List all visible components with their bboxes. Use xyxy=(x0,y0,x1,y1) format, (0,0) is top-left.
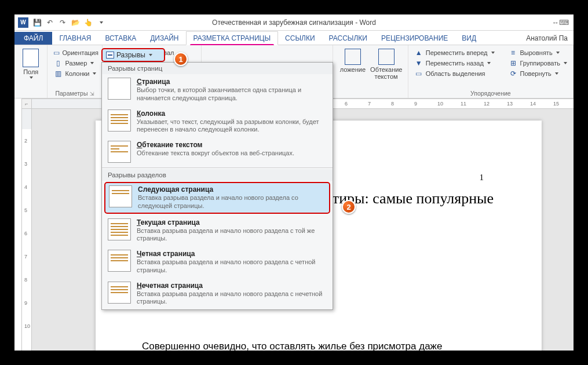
breaks-icon xyxy=(106,52,114,59)
save-icon[interactable]: 💾 xyxy=(32,17,42,28)
dd-item-page[interactable]: ССтраницатраницаВыбор точки, в которой з… xyxy=(102,74,333,106)
chevron-down-icon xyxy=(149,54,152,56)
dd-item-odd-page[interactable]: Нечетная страницаВставка разрыва раздела… xyxy=(102,278,333,310)
dialog-launcher-icon[interactable]: ⇲ xyxy=(90,91,94,97)
tab-insert[interactable]: ВСТАВКА xyxy=(98,32,143,45)
wrap-text-button[interactable]: Обтекание текстом xyxy=(370,66,402,80)
callout-2: 2 xyxy=(342,200,356,214)
breaks-dropdown: Разрывы страниц ССтраницатраницаВыбор то… xyxy=(101,62,333,310)
tab-mailings[interactable]: РАССЫЛКИ xyxy=(322,32,374,45)
odd-page-icon xyxy=(108,282,131,304)
dd-item-next-page[interactable]: Следующая страницаВставка разрыва раздел… xyxy=(104,182,330,214)
even-page-icon xyxy=(108,250,131,272)
continuous-icon xyxy=(108,218,131,240)
bring-forward-button[interactable]: ▲Переместить вперед xyxy=(413,48,496,58)
vertical-ruler[interactable]: 2345678910 xyxy=(21,109,32,351)
keyboard-shortcut-icon: ↔⌨ xyxy=(552,19,569,27)
dd-item-textwrap[interactable]: Обтекание текстомОбтекание текста вокруг… xyxy=(102,137,333,166)
columns-button[interactable]: ▥Колонки xyxy=(52,68,97,79)
page-number: 1 xyxy=(480,173,484,183)
undo-icon[interactable]: ↶ xyxy=(45,17,55,28)
dd-section-page-breaks: Разрывы страниц xyxy=(102,63,333,74)
breaks-button[interactable]: Разрывы xyxy=(101,48,165,62)
qat-more-icon[interactable] xyxy=(96,17,106,28)
orientation-icon: ▭ xyxy=(53,48,60,57)
tab-home[interactable]: ГЛАВНАЯ xyxy=(52,32,98,45)
ruler-corner: ⌐ xyxy=(21,98,32,109)
page-break-icon xyxy=(108,78,131,100)
dd-item-even-page[interactable]: Четная страницаВставка разрыва раздела и… xyxy=(102,246,333,278)
rotate-icon: ⟳ xyxy=(509,69,518,78)
textwrap-break-icon xyxy=(108,141,131,163)
word-icon: W xyxy=(18,17,28,28)
open-icon[interactable]: 📂 xyxy=(70,17,81,28)
group-icon: ⊞ xyxy=(509,59,518,68)
columns-icon: ▥ xyxy=(53,69,63,78)
align-icon: ≡ xyxy=(509,48,518,57)
position-icon xyxy=(345,49,361,65)
tab-review[interactable]: РЕЦЕНЗИРОВАНИЕ xyxy=(374,32,455,45)
tab-page-layout[interactable]: РАЗМЕТКА СТРАНИЦЫ xyxy=(186,31,279,45)
tab-view[interactable]: ВИД xyxy=(455,32,483,45)
arrange-group-label: Упорядочение xyxy=(413,89,568,97)
align-button[interactable]: ≡Выровнять xyxy=(507,48,569,58)
orientation-button[interactable]: ▭Ориентация xyxy=(52,48,97,58)
ribbon-tabs: ФАЙЛ ГЛАВНАЯ ВСТАВКА ДИЗАЙН РАЗМЕТКА СТР… xyxy=(14,31,574,45)
quick-access-toolbar: 💾 ↶ ↷ 📂 👆 xyxy=(32,17,106,28)
page-setup-group-label: Параметры xyxy=(55,90,87,97)
column-break-icon xyxy=(108,110,131,132)
next-page-icon xyxy=(109,185,132,207)
dd-item-continuous[interactable]: Текущая страницаВставка разрыва раздела … xyxy=(102,215,333,247)
margins-button[interactable]: Поля xyxy=(19,48,42,80)
body-text: Совершенно очевидно, что оставлять жилье… xyxy=(142,341,495,351)
breaks-label: Разрывы xyxy=(116,51,145,59)
tab-references[interactable]: ССЫЛКИ xyxy=(278,32,322,45)
username[interactable]: Анатолий Па xyxy=(520,32,574,45)
wrap-text-icon xyxy=(378,49,395,65)
size-button[interactable]: ▯Размер xyxy=(52,58,97,68)
margins-label: Поля xyxy=(23,68,38,75)
redo-icon[interactable]: ↷ xyxy=(57,17,68,28)
titlebar: W 💾 ↶ ↷ 📂 👆 Отечественная и зарубежная с… xyxy=(14,14,574,31)
touch-icon[interactable]: 👆 xyxy=(83,17,93,28)
rotate-button[interactable]: ⟳Повернуть xyxy=(507,68,569,79)
bring-forward-icon: ▲ xyxy=(414,48,423,57)
dd-section-section-breaks: Разрывы разделов xyxy=(102,169,333,181)
callout-1: 1 xyxy=(174,52,188,66)
group-button[interactable]: ⊞Группировать xyxy=(507,58,569,68)
position-button[interactable]: ложение xyxy=(340,66,366,73)
send-backward-button[interactable]: ▼Переместить назад xyxy=(413,58,496,68)
tab-design[interactable]: ДИЗАЙН xyxy=(143,32,185,45)
tab-file[interactable]: ФАЙЛ xyxy=(14,32,52,45)
selection-pane-icon: ▭ xyxy=(414,69,423,78)
size-icon: ▯ xyxy=(53,59,63,68)
dd-item-column[interactable]: КолонкаУказывает, что текст, следующий з… xyxy=(102,106,333,138)
margins-icon xyxy=(23,49,39,67)
selection-pane-button[interactable]: ▭Область выделения xyxy=(413,68,496,79)
send-backward-icon: ▼ xyxy=(414,59,423,68)
